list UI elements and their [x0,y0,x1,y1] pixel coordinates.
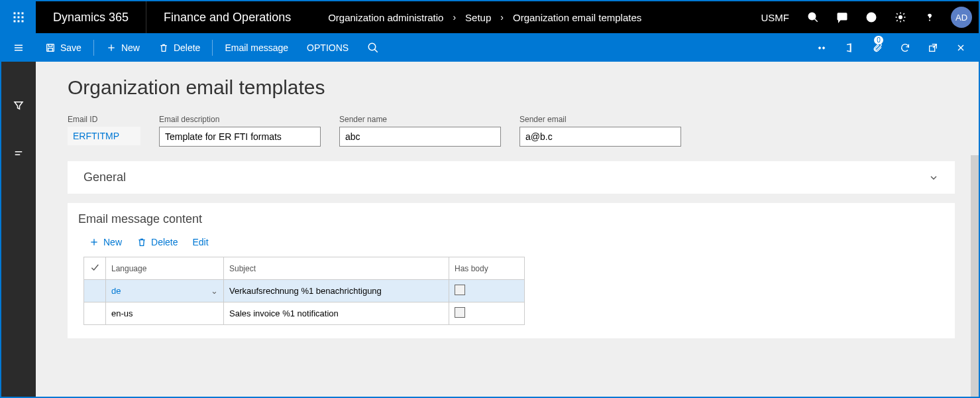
chevron-down-icon [928,172,939,183]
save-label: Save [60,42,82,53]
table-row[interactable]: de ⌄ Verkaufsrechnung %1 benachrichtigun… [84,280,525,302]
content-area: Organization email templates Email ID ER… [36,62,979,397]
subject-cell[interactable]: Verkaufsrechnung %1 benachrichtigung [224,280,449,302]
sender-name-input[interactable] [339,127,501,147]
action-pane: Save New Delete Email message OPTIONS 0 [1,33,979,62]
email-message-button[interactable]: Email message [215,33,298,62]
new-label: New [121,42,140,53]
subject-cell[interactable]: Sales invoice %1 notification [224,302,449,325]
language-cell[interactable]: de ⌄ [106,280,224,302]
col-language-header[interactable]: Language [106,257,224,280]
trash-icon [158,42,169,53]
brand-label[interactable]: Dynamics 365 [36,11,146,25]
user-avatar[interactable]: AD [951,7,972,28]
link-button[interactable] [808,33,836,62]
checkmark-icon [89,262,100,273]
attachment-badge: 0 [874,36,883,44]
svg-rect-7 [18,21,20,23]
checkbox[interactable] [455,307,465,318]
hasbody-cell[interactable] [449,280,525,302]
svg-rect-2 [22,13,24,15]
options-button[interactable]: OPTIONS [298,33,358,62]
svg-point-9 [808,13,816,20]
search-icon [807,11,819,23]
chevron-down-icon[interactable]: ⌄ [211,286,218,296]
link-icon [816,42,827,53]
chat-icon [836,11,848,23]
page-title: Organization email templates [68,76,969,99]
delete-label: Delete [174,42,200,53]
hasbody-cell[interactable] [449,302,525,325]
svg-point-17 [899,16,902,19]
grid-new-button[interactable]: New [89,237,122,247]
trash-icon [136,237,147,247]
col-select-header[interactable] [84,257,106,280]
delete-button[interactable]: Delete [149,33,209,62]
breadcrumb-item[interactable]: Organization administratio [328,12,443,23]
app-launcher-button[interactable] [1,1,36,33]
actionbar-right-group: 0 [808,33,979,62]
grid-edit-button[interactable]: Edit [192,237,208,247]
save-button[interactable]: Save [36,33,91,62]
attachments-button[interactable]: 0 [863,33,891,62]
language-value: de [111,286,121,296]
panel-general-header[interactable]: General [68,161,955,194]
nav-toggle-button[interactable] [1,42,36,54]
close-button[interactable] [947,33,975,62]
field-sender-name: Sender name [339,115,501,147]
office-button[interactable] [836,33,863,62]
actionbar-search-button[interactable] [358,33,388,62]
options-label: OPTIONS [307,42,349,53]
row-select-cell[interactable] [84,302,106,325]
app-name-label[interactable]: Finance and Operations [146,11,308,25]
email-id-value[interactable]: ERFTITMP [68,127,140,145]
company-picker[interactable]: USMF [752,12,799,23]
col-hasbody-header[interactable]: Has body [449,257,525,280]
search-button[interactable] [798,1,828,33]
new-button[interactable]: New [97,33,149,62]
main-area: Organization email templates Email ID ER… [1,62,979,397]
smile-button[interactable] [857,1,886,33]
grid-new-label: New [103,237,122,247]
smile-icon [865,11,877,23]
panel-email-content: Email message content New Delete Edit [68,203,955,338]
hamburger-icon [13,42,25,54]
separator [93,40,94,56]
lines-icon [13,147,25,159]
breadcrumb-item[interactable]: Setup [465,12,491,23]
svg-line-10 [814,19,818,22]
grid-delete-button[interactable]: Delete [136,237,178,247]
email-description-input[interactable] [159,127,321,147]
col-subject-header[interactable]: Subject [224,257,449,280]
left-rail [1,62,36,397]
related-info-button[interactable] [1,143,36,164]
field-sender-email: Sender email [519,115,681,147]
popout-button[interactable] [919,33,947,62]
breadcrumb-item[interactable]: Organization email templates [513,12,641,23]
help-button[interactable] [915,1,944,33]
panel-general-title: General [83,170,126,184]
email-content-grid: Language Subject Has body de ⌄ Ve [83,257,525,325]
search-icon [367,42,379,54]
row-select-cell[interactable] [84,280,106,302]
top-nav-bar: Dynamics 365 Finance and Operations Orga… [1,1,979,33]
close-icon [955,42,966,53]
sender-email-input[interactable] [519,127,681,147]
topbar-actions: AD [798,1,979,33]
scrollbar[interactable] [971,155,979,397]
gear-icon [895,11,906,23]
feedback-button[interactable] [828,1,857,33]
filter-button[interactable] [1,95,36,116]
language-cell[interactable]: en-us [106,302,224,325]
table-row[interactable]: en-us Sales invoice %1 notification [84,302,525,325]
chevron-right-icon: › [453,12,456,23]
settings-button[interactable] [886,1,915,33]
save-icon [45,42,56,53]
field-label: Email ID [68,115,140,124]
checkbox[interactable] [455,285,465,295]
svg-rect-1 [18,13,20,15]
svg-rect-6 [14,21,16,23]
refresh-button[interactable] [891,33,919,62]
plus-icon [106,42,117,53]
svg-rect-11 [838,13,847,20]
